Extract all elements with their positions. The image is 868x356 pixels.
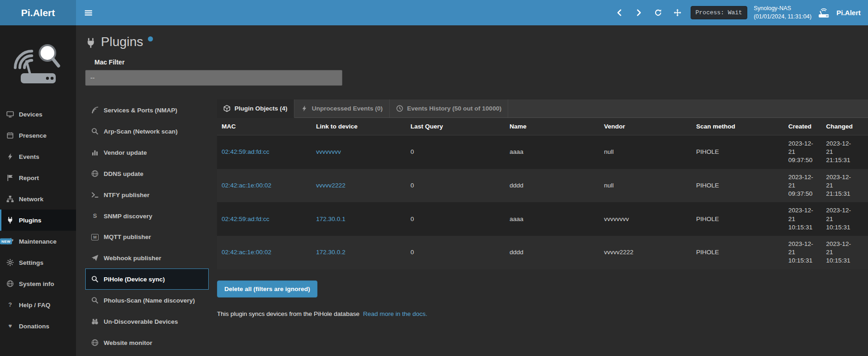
topbar: Pi.Alert Process: Wait Synology-NAS (01/… [0,0,868,25]
plug-icon [85,37,96,49]
plugin-item-label: Pholus-Scan (Name discovery) [104,297,195,304]
plugin-item-mqtt-publisher[interactable]: M MQTT publisher [85,227,209,247]
back-button[interactable] [613,6,626,19]
name-cell: aaaa [505,135,599,169]
plugin-description: This plugin syncs devices from the PiHol… [217,310,868,317]
device-link[interactable]: vvvvv2222 [316,182,346,189]
name-cell: dddd [505,236,599,269]
question-icon: ? [6,301,14,309]
plugin-item-pholus-scan[interactable]: Pholus-Scan (Name discovery) [85,290,209,311]
changed-cell: 2023-12-21 10:15:31 [821,202,860,236]
created-cell: 2023-12-21 09:37:50 [784,135,821,169]
forward-button[interactable] [633,6,645,19]
plugin-item-webhook-publisher[interactable]: Webhook publisher [85,247,209,268]
title-info-badge[interactable] [148,36,153,41]
mac-link[interactable]: 02:42:ac:1e:00:02 [222,182,271,189]
globe-icon [6,280,14,287]
plugin-item-services-ports[interactable]: Services & Ports (NMAP) [85,99,209,121]
sidebar-nav: Devices Presence Events Report Network P… [0,104,76,337]
filler-cell [860,135,868,169]
plugin-item-pihole-device-sync[interactable]: PiHole (Device sync) [85,268,209,290]
host-time: (01/01/2024, 11:31:04) [754,13,812,21]
plugin-item-snmp-discovery[interactable]: S SNMP discovery [85,205,209,227]
mac-cell: 02:42:59:ad:fd:cc [217,202,311,236]
plugin-item-arp-scan[interactable]: Arp-Scan (Network scan) [85,121,209,142]
sidebar-item-help-faq[interactable]: ? Help / FAQ [0,294,76,315]
plugin-item-undiscoverable-devices[interactable]: Un-Discoverable Devices [85,311,209,332]
sidebar-item-network[interactable]: Network [0,188,76,210]
cube-icon [223,105,230,112]
plugin-item-label: DDNS update [104,170,143,177]
sidebar: Devices Presence Events Report Network P… [0,25,76,356]
plugin-item-ddns-update[interactable]: DDNS update [85,163,209,184]
sidebar-item-label: Presence [19,132,47,139]
mac-link[interactable]: 02:42:59:ad:fd:cc [222,216,270,222]
monitor-icon [6,111,14,118]
page-title: Plugins [101,35,143,49]
sidebar-item-report[interactable]: Report [0,167,76,188]
tab-events-history[interactable]: Events History (50 out of 10000) [390,99,509,117]
search-icon [91,297,99,304]
created-cell: 2023-12-21 10:15:31 [784,202,821,236]
plugin-item-ntfy-publisher[interactable]: NTFY publisher [85,184,209,205]
tab-unprocessed-events[interactable]: Unprocessed Events (0) [294,99,390,117]
sidebar-item-plugins[interactable]: Plugins [0,210,76,231]
scan-method-cell: PIHOLE [692,135,784,169]
forward-arrow-icon [635,9,643,17]
last-query-cell: 0 [406,135,505,169]
plugin-item-label: Arp-Scan (Network scan) [104,128,178,135]
sidebar-item-devices[interactable]: Devices [0,104,76,125]
mac-filter-input[interactable] [85,70,342,86]
move-icon [674,9,681,17]
sidebar-item-system-info[interactable]: System info [0,273,76,294]
app-name: Pi.Alert [836,9,861,17]
plugin-objects-table: MAC Link to device Last Query Name Vendo… [217,118,868,269]
topbar-right: Process: Wait Synology-NAS (01/01/2024, … [613,0,868,25]
scan-method-cell: PIHOLE [692,236,784,269]
vendor-cell: vvvvvvvv [599,202,692,236]
sidebar-item-label: System info [19,280,54,287]
sidebar-item-maintenance[interactable]: NEW Maintenance [0,231,76,252]
move-button[interactable] [671,6,684,19]
terminal-icon [91,191,99,198]
plugin-item-label: SNMP discovery [104,213,152,220]
sidebar-item-events[interactable]: Events [0,146,76,167]
column-name: Name [505,118,599,135]
radar-icon [91,106,99,114]
plugin-item-website-monitor[interactable]: Website monitor [85,332,209,353]
changed-cell: 2023-12-21 10:15:31 [821,236,860,269]
mac-link[interactable]: 02:42:ac:1e:00:02 [222,249,271,256]
refresh-button[interactable] [652,6,665,19]
last-query-cell: 0 [406,202,505,236]
scan-method-cell: PIHOLE [692,169,784,203]
sidebar-item-label: Plugins [19,217,41,224]
device-link-cell: vvvvv2222 [311,169,406,203]
delete-all-button[interactable]: Delete all (filters are ignored) [217,280,317,298]
page-header: Plugins [85,35,868,49]
search-icon [91,128,99,135]
plugin-item-label: NTFY publisher [104,192,150,198]
sidebar-item-donations[interactable]: ♥ Donations [0,315,76,337]
sidebar-item-label: Events [19,153,39,160]
calendar-icon [6,132,14,139]
tab-label: Unprocessed Events (0) [312,105,383,112]
mac-link[interactable]: 02:42:59:ad:fd:cc [222,148,270,155]
sidebar-toggle-button[interactable] [76,0,101,25]
mac-cell: 02:42:ac:1e:00:02 [217,236,311,269]
plugin-item-vendor-update[interactable]: Vendor update [85,142,209,163]
sidebar-item-presence[interactable]: Presence [0,125,76,146]
column-changed: Changed [821,118,860,135]
device-link[interactable]: 172.30.0.1 [316,216,346,222]
sidebar-item-label: Help / FAQ [19,302,50,309]
device-link[interactable]: vvvvvvvv [316,148,341,155]
device-link[interactable]: 172.30.0.2 [316,249,346,256]
app-logo [0,25,76,104]
tab-plugin-objects[interactable]: Plugin Objects (4) [217,99,294,118]
column-last-query: Last Query [406,118,505,135]
filler-cell [860,236,868,269]
plug-icon [6,216,14,224]
sidebar-item-settings[interactable]: Settings [0,252,76,273]
device-link-cell: vvvvvvvv [311,135,406,169]
docs-link[interactable]: Read more in the docs. [363,310,428,317]
brand[interactable]: Pi.Alert [0,0,76,25]
